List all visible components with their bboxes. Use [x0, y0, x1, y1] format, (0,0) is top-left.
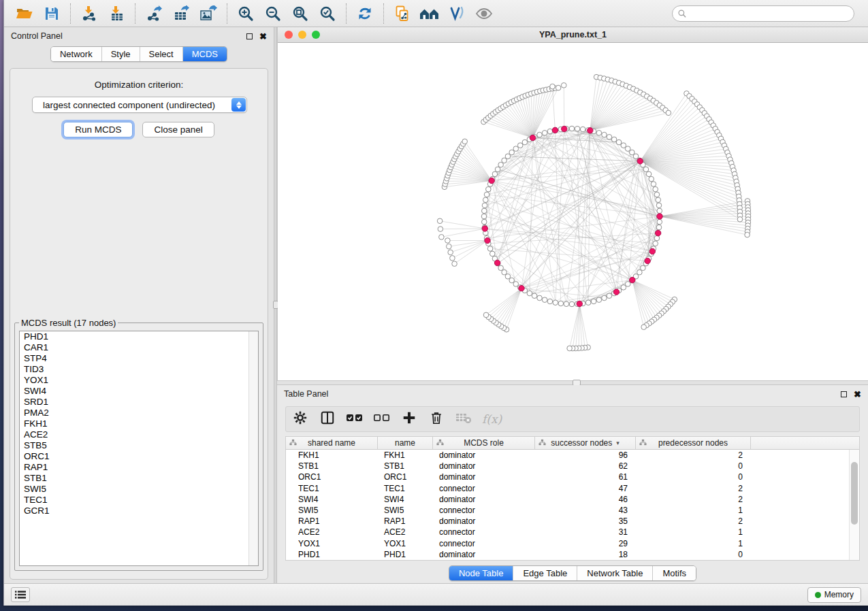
table-cell: dominator [433, 516, 535, 526]
close-panel-button[interactable]: Close panel [142, 122, 214, 137]
mcds-result-item[interactable]: SRD1 [20, 397, 258, 408]
mcds-result-item[interactable]: SWI4 [20, 386, 258, 397]
zoom-fit-button[interactable] [287, 2, 314, 25]
mcds-result-item[interactable]: RAP1 [20, 462, 258, 473]
mcds-result-item[interactable]: ACE2 [20, 429, 258, 440]
v-badge-icon [449, 5, 465, 22]
zoom-out-button[interactable] [259, 2, 287, 25]
table-row[interactable]: TEC1TEC1connector472 [286, 483, 849, 494]
table-row[interactable]: FKH1FKH1dominator962 [286, 450, 849, 461]
table-row[interactable]: STB1STB1dominator620 [286, 461, 849, 472]
table-cell: SWI4 [286, 495, 378, 504]
horizontal-splitter[interactable] [277, 380, 868, 385]
import-table-icon [108, 5, 125, 22]
mcds-result-item[interactable]: TID3 [20, 364, 258, 375]
table-row[interactable]: SWI4SWI4dominator462 [286, 494, 849, 505]
zoom-in-button[interactable] [232, 2, 259, 25]
tab-mcds[interactable]: MCDS [183, 47, 227, 61]
mcds-result-item[interactable]: STP4 [20, 353, 258, 364]
clone-network-icon [394, 5, 411, 22]
save-button[interactable] [38, 2, 65, 25]
tab-network-table[interactable]: Network Table [577, 566, 653, 580]
search-input[interactable] [672, 5, 854, 22]
zoom-selected-button[interactable] [314, 2, 341, 25]
split-panel-button[interactable] [319, 410, 336, 429]
clone-network-button[interactable] [389, 2, 416, 25]
zoom-fit-icon [292, 5, 308, 22]
export-network-button[interactable] [140, 2, 167, 25]
table-row[interactable]: ORC1ORC1dominator610 [286, 472, 849, 482]
table-row[interactable]: PHD1PHD1dominator180 [286, 549, 849, 560]
add-column-button[interactable] [400, 410, 418, 429]
table-cell: ACE2 [286, 527, 378, 537]
network-canvas[interactable] [278, 43, 868, 380]
v-badge-button[interactable] [443, 2, 470, 25]
open-folder-button[interactable] [11, 2, 38, 25]
tab-node-table[interactable]: Node Table [449, 566, 514, 580]
application-window: Control Panel ✖ NetworkStyleSelectMCDS O… [3, 0, 868, 606]
memory-button[interactable]: Memory [807, 587, 861, 603]
tab-motifs[interactable]: Motifs [653, 566, 696, 580]
hierarchy-icon [639, 439, 647, 448]
export-table-button[interactable] [167, 2, 195, 25]
table-row[interactable]: RAP1RAP1dominator352 [286, 516, 849, 527]
run-mcds-button[interactable]: Run MCDS [63, 122, 133, 137]
table-row[interactable]: YOX1YOX1connector291 [286, 538, 849, 549]
hierarchy-icon [436, 439, 444, 448]
column-header-shared-name[interactable]: shared name [286, 437, 378, 449]
table-header-row: shared namenameMCDS rolesuccessor nodes▾… [286, 437, 859, 450]
deselect-all-button[interactable] [373, 410, 391, 429]
toolbar-separator [70, 3, 71, 24]
gear-button[interactable] [291, 410, 309, 429]
tab-style[interactable]: Style [102, 47, 140, 61]
table-row[interactable]: SWI5SWI5connector431 [286, 505, 849, 516]
table-scrollbar[interactable] [849, 450, 859, 560]
float-table-panel-icon[interactable] [841, 391, 847, 397]
mcds-result-item[interactable]: STB1 [20, 473, 258, 484]
select-all-button[interactable] [346, 410, 364, 429]
mcds-result-item[interactable]: PHD1 [20, 331, 258, 342]
column-header-successor-nodes[interactable]: successor nodes▾ [535, 437, 636, 449]
tab-edge-table[interactable]: Edge Table [513, 566, 577, 580]
tab-network[interactable]: Network [51, 47, 102, 61]
sort-chevron-icon: ▾ [616, 440, 620, 446]
mcds-result-item[interactable]: SWI5 [20, 484, 258, 495]
mcds-result-item[interactable]: PMA2 [20, 408, 258, 418]
column-header-MCDS-role[interactable]: MCDS role [433, 437, 535, 449]
tab-select[interactable]: Select [140, 47, 183, 61]
column-header-predecessor-nodes[interactable]: predecessor nodes [636, 437, 751, 449]
mcds-result-item[interactable]: FKH1 [20, 418, 258, 429]
export-image-button[interactable] [195, 2, 222, 25]
table-cell: SWI5 [286, 506, 378, 515]
float-panel-icon[interactable] [246, 33, 253, 39]
double-house-button[interactable] [416, 2, 443, 25]
mcds-result-item[interactable]: CAR1 [20, 342, 258, 353]
import-network-button[interactable] [76, 2, 103, 25]
open-folder-icon [16, 5, 33, 22]
mcds-list-scrollbar[interactable] [248, 331, 258, 565]
table-cell: SWI4 [378, 495, 433, 504]
close-table-panel-icon[interactable]: ✖ [854, 390, 861, 399]
mcds-result-item[interactable]: ORC1 [20, 451, 258, 462]
mcds-result-item[interactable]: STB5 [20, 440, 258, 451]
toolbar-separator [383, 3, 384, 24]
mcds-result-item[interactable]: GCR1 [20, 506, 258, 516]
table-cell: 96 [535, 450, 636, 460]
node-table: shared namenameMCDS rolesuccessor nodes▾… [285, 436, 860, 561]
trash-button[interactable] [428, 410, 445, 429]
table-cell: 1 [636, 527, 751, 537]
column-header-name[interactable]: name [378, 437, 433, 449]
task-history-button[interactable] [11, 587, 30, 602]
optimization-dropdown-value: largest connected component (undirected) [43, 100, 215, 110]
refresh-button[interactable] [351, 2, 379, 25]
optimization-dropdown[interactable]: largest connected component (undirected) [32, 97, 247, 113]
trash-icon [429, 410, 444, 428]
gear-icon [293, 410, 308, 428]
table-row[interactable]: ACE2ACE2connector311 [286, 527, 849, 538]
column-label: MCDS role [464, 438, 504, 448]
mcds-result-item[interactable]: TEC1 [20, 495, 258, 506]
import-table-button[interactable] [103, 2, 130, 25]
close-panel-icon[interactable]: ✖ [259, 32, 267, 41]
mcds-result-item[interactable]: YOX1 [20, 375, 258, 386]
table-cell: 2 [636, 495, 751, 504]
